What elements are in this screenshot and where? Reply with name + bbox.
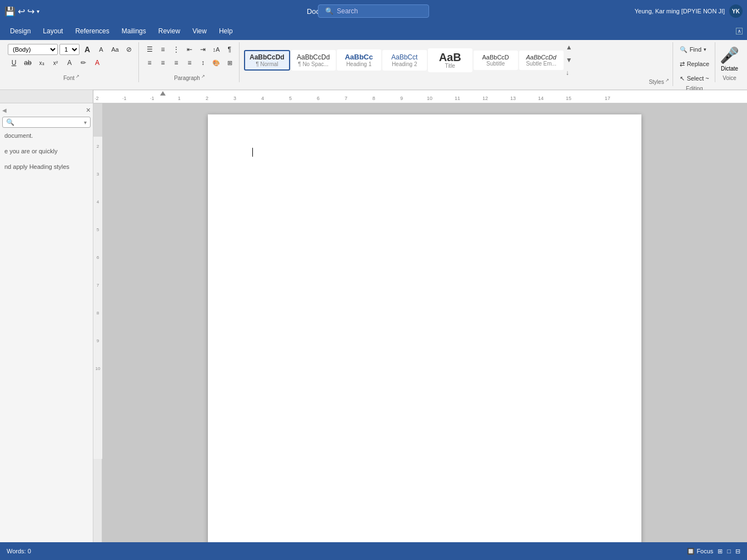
svg-text:10: 10 — [95, 366, 100, 371]
style-heading1[interactable]: AaBbCc Heading 1 — [337, 49, 381, 71]
border-btn[interactable]: ⊞ — [223, 57, 236, 69]
view-web-icon[interactable]: □ — [727, 548, 731, 554]
highlight-btn[interactable]: ✏ — [77, 57, 89, 69]
document-area[interactable] — [102, 103, 747, 542]
sort-btn[interactable]: ↕A — [210, 43, 222, 56]
status-bar: Words: 0 🔲 Focus ⊞ □ ⊟ — [0, 542, 747, 560]
styles-scroll-down[interactable]: ▼ — [566, 56, 572, 64]
shading-btn[interactable]: 🎨 — [210, 57, 222, 69]
view-layout-icon[interactable]: ⊞ — [718, 548, 723, 555]
nav-search-input[interactable] — [17, 119, 82, 126]
style-heading2[interactable]: AaBbCct Heading 2 — [382, 50, 427, 71]
underline-btn[interactable]: U — [8, 57, 20, 69]
align-right-btn[interactable]: ≡ — [170, 57, 182, 69]
redo-icon[interactable]: ↪ — [27, 6, 34, 17]
shrink-font-btn[interactable]: A — [95, 43, 107, 56]
style-no-spacing[interactable]: AaBbCcDd ¶ No Spac... — [291, 50, 336, 71]
undo-icon[interactable]: ↩ — [18, 6, 25, 17]
menu-item-review[interactable]: Review — [153, 25, 186, 37]
styles-expand[interactable]: ↓ — [566, 69, 572, 77]
nav-search-dropdown[interactable]: ▾ — [84, 119, 87, 126]
align-left-btn[interactable]: ≡ — [143, 57, 156, 69]
paragraph-group-expand[interactable]: ↗ — [201, 74, 205, 81]
nav-text-2: e you are or quickly — [2, 143, 91, 159]
styles-scroll[interactable]: ▲ ▼ ↓ — [566, 43, 572, 77]
styles-group-expand[interactable]: ↗ — [665, 78, 669, 85]
style-subtitle[interactable]: AaBbCcD Subtitle — [474, 51, 518, 70]
focus-label[interactable]: 🔲 Focus — [687, 548, 713, 555]
focus-icon: 🔲 — [687, 548, 695, 554]
menu-item-design[interactable]: Design — [4, 25, 36, 37]
document-page[interactable] — [208, 114, 641, 542]
styles-scroll-up[interactable]: ▲ — [566, 43, 572, 51]
nav-search[interactable]: 🔍 ▾ — [2, 117, 91, 128]
find-icon: 🔍 — [680, 46, 688, 53]
replace-btn[interactable]: ⇄ Replace — [678, 58, 711, 70]
ruler-area: ·2 ·1 ·1 1 2 3 4 5 6 7 8 9 10 11 12 13 1 — [0, 90, 747, 103]
svg-text:7: 7 — [345, 96, 347, 101]
search-box[interactable]: 🔍 Search — [318, 4, 429, 18]
style-subtle-em[interactable]: AaBbCcDd Subtle Em... — [519, 51, 564, 70]
menu-item-help[interactable]: Help — [213, 25, 238, 37]
select-icon: ↖ — [680, 75, 685, 82]
find-btn[interactable]: 🔍 Find ▾ — [678, 43, 711, 56]
user-name: Yeung, Kar ming [DPYIE NON JI] — [635, 8, 725, 14]
ruler-horizontal: ·2 ·1 ·1 1 2 3 4 5 6 7 8 9 10 11 12 13 1 — [93, 90, 747, 103]
menu-item-references[interactable]: References — [69, 25, 114, 37]
svg-text:7: 7 — [96, 283, 99, 288]
ribbon-collapse-btn[interactable]: ∧ — [736, 28, 743, 34]
decrease-indent-btn[interactable]: ⇤ — [183, 43, 196, 56]
menu-item-mailings[interactable]: Mailings — [116, 25, 152, 37]
menu-item-view[interactable]: View — [187, 25, 212, 37]
font-color-btn[interactable]: A — [63, 57, 76, 69]
svg-text:8: 8 — [372, 96, 375, 101]
svg-text:5: 5 — [289, 96, 292, 101]
vertical-ruler: 2 3 4 5 6 7 8 9 10 — [93, 103, 102, 542]
font-group-expand[interactable]: ↗ — [76, 74, 79, 81]
svg-text:11: 11 — [455, 96, 460, 101]
svg-text:8: 8 — [96, 311, 99, 316]
multilevel-list-btn[interactable]: ⋮ — [170, 43, 182, 56]
svg-text:14: 14 — [538, 96, 544, 101]
dictate-icon: 🎤 — [720, 46, 739, 64]
align-center-btn[interactable]: ≡ — [157, 57, 169, 69]
svg-text:10: 10 — [427, 96, 432, 101]
svg-marker-20 — [160, 91, 166, 96]
change-case-btn[interactable]: Aa — [109, 43, 121, 56]
navigation-panel: ◀ × 🔍 ▾ document. e you are or quickly n… — [0, 103, 93, 542]
bullet-list-btn[interactable]: ☰ — [143, 43, 156, 56]
increase-indent-btn[interactable]: ⇥ — [197, 43, 209, 56]
nav-close-btn[interactable]: × — [86, 106, 91, 114]
svg-text:4: 4 — [96, 199, 99, 204]
select-btn[interactable]: ↖ Select ~ — [678, 72, 711, 84]
show-marks-btn[interactable]: ¶ — [223, 43, 236, 56]
font-color2-btn[interactable]: A — [91, 57, 103, 69]
font-family-selector[interactable]: (Body) — [8, 44, 58, 55]
title-bar: 💾 ↩ ↪ ▾ Document1 - Word 🔍 Search Yeung,… — [0, 0, 747, 22]
superscript-btn[interactable]: x² — [49, 57, 62, 69]
search-icon: 🔍 — [325, 7, 333, 15]
menu-item-layout[interactable]: Layout — [37, 25, 68, 37]
grow-font-btn[interactable]: A — [81, 43, 93, 56]
justify-btn[interactable]: ≡ — [183, 57, 196, 69]
svg-rect-22 — [93, 137, 102, 459]
strikethrough-btn[interactable]: ab — [22, 57, 34, 69]
voice-group-label: Voice — [723, 75, 736, 81]
view-read-icon[interactable]: ⊟ — [735, 548, 740, 555]
style-title[interactable]: AaB Title — [428, 48, 472, 72]
svg-text:12: 12 — [482, 96, 488, 101]
nav-left-arrow[interactable]: ◀ — [2, 107, 7, 113]
subscript-btn[interactable]: x₂ — [36, 57, 48, 69]
ribbon: (Body) 11 A A Aa ⊘ U ab x₂ x² A ✏ — [0, 40, 747, 90]
font-size-selector[interactable]: 11 — [59, 44, 79, 55]
numbered-list-btn[interactable]: ≡ — [157, 43, 169, 56]
style-normal[interactable]: AaBbCcDd ¶ Normal — [244, 50, 290, 71]
svg-text:3: 3 — [233, 96, 236, 101]
svg-text:17: 17 — [605, 96, 610, 101]
user-avatar[interactable]: YK — [729, 4, 743, 18]
text-cursor — [252, 148, 253, 157]
save-icon[interactable]: 💾 — [4, 6, 16, 17]
line-spacing-btn[interactable]: ↕ — [197, 57, 209, 69]
clear-format-btn[interactable]: ⊘ — [123, 43, 135, 56]
quick-access-toolbar: 💾 ↩ ↪ ▾ — [4, 6, 39, 17]
